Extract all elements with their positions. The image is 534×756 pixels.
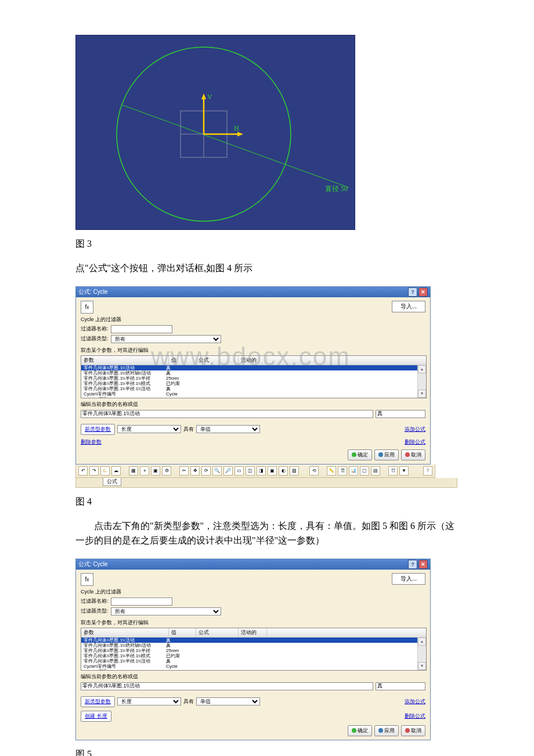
fx-icon[interactable]: fx — [81, 301, 93, 314]
th-param[interactable]: 参数 — [81, 356, 169, 365]
apply-button[interactable]: 应用 — [374, 449, 399, 460]
cloud-icon[interactable]: ☁ — [111, 466, 121, 476]
repeat-icon[interactable]: ⟲ — [309, 466, 319, 476]
app-toolbar[interactable]: ↶ ↷ fₓ ☁ ▦ ⌖ ▣ ⚙ ✂ ✥ ⟳ 🔍 🔎 ▭ ◫ ◨ ▣ ◐ ▨ ⟲… — [75, 465, 435, 478]
table-row[interactable]: 零件几何体\\草图.1\\半径.1\\半径25mm — [81, 648, 426, 653]
apply-button[interactable]: 应用 — [374, 725, 399, 736]
table-scrollbar[interactable]: ▴ ▾ — [417, 638, 426, 670]
render-icon[interactable]: ▨ — [290, 466, 299, 476]
dialog-titlebar[interactable]: 公式: Cycle ? ✕ — [76, 559, 430, 570]
with-label: 具有 — [183, 698, 194, 705]
view3-icon[interactable]: ▣ — [268, 466, 277, 476]
param-kind-select[interactable]: 单值 — [196, 425, 260, 433]
th-active[interactable]: 活动的 — [239, 628, 267, 637]
close-button[interactable]: ✕ — [418, 560, 428, 569]
help-button[interactable]: ? — [408, 560, 417, 569]
table-row[interactable]: 零件几何体\\草图.1\\绝对轴\\活动真 — [81, 643, 426, 648]
filter-name-input[interactable] — [111, 597, 172, 606]
table-row[interactable]: 零件几何体\\草图.1\\活动真 — [81, 365, 426, 370]
analyze-icon[interactable]: ▤ — [371, 466, 380, 476]
filter-type-select[interactable]: 所有 — [111, 335, 221, 343]
current-param-name-input[interactable] — [81, 682, 373, 690]
table-row[interactable]: 零件几何体\\草图.1\\活动真 — [81, 638, 426, 643]
add-formula-link[interactable]: 添加公式 — [405, 698, 425, 705]
table-row[interactable]: 零件几何体\\草图.1\\半径.1\\活动真 — [81, 658, 426, 664]
create-length-button[interactable]: 创建 长度 — [81, 711, 111, 722]
new-type-param-button[interactable]: 新类型参数 — [81, 424, 115, 435]
th-formula[interactable]: 公式 — [196, 628, 239, 637]
import-button[interactable]: 导入... — [392, 301, 425, 312]
with-label: 具有 — [183, 426, 194, 433]
cancel-button[interactable]: 取消 — [401, 725, 425, 736]
edit-param-label: 编辑当前参数的名称或值 — [81, 401, 425, 408]
redo-icon[interactable]: ↷ — [89, 466, 99, 476]
delete-formula-link[interactable]: 删除公式 — [405, 438, 425, 446]
list-icon[interactable]: ☰ — [338, 466, 347, 476]
current-param-value-input[interactable] — [376, 410, 425, 418]
shade-icon[interactable]: ◐ — [279, 466, 288, 476]
table-row[interactable]: Cycle\\零件编号Cycle — [81, 391, 426, 397]
th-value[interactable]: 值 — [169, 628, 196, 637]
table-row[interactable]: 零件几何体\\草图.1\\半径.1\\活动真 — [81, 386, 426, 391]
rotate-icon[interactable]: ⟳ — [201, 466, 211, 476]
view1-icon[interactable]: ◫ — [246, 466, 255, 476]
param-type-select[interactable]: 长度 — [117, 425, 181, 433]
formula-dialog: 公式: Cycle ? ✕ fx 导入... Cycle 上的过滤器 过滤器名称… — [75, 559, 431, 740]
view2-icon[interactable]: ◨ — [257, 466, 266, 476]
table-row[interactable]: 零件几何体\\草图.1\\半径.1\\模式已约束 — [81, 653, 426, 658]
undo-icon[interactable]: ↶ — [78, 466, 88, 476]
delete-formula-link[interactable]: 删除公式 — [405, 712, 425, 720]
filter-icon[interactable]: ▼ — [399, 466, 409, 476]
table-row[interactable]: 零件几何体\\草图.1\\绝对轴\\活动真 — [81, 370, 426, 376]
filter-type-select[interactable]: 所有 — [111, 607, 221, 615]
th-param[interactable]: 参数 — [81, 628, 169, 637]
cad-viewport: V H 直径 50 — [75, 35, 355, 230]
ok-button[interactable]: 确定 — [348, 725, 372, 736]
zoom-out-icon[interactable]: 🔎 — [223, 466, 233, 476]
move-icon[interactable]: ✥ — [190, 466, 200, 476]
filter-name-input[interactable] — [111, 325, 172, 333]
layer-icon[interactable]: ▣ — [151, 466, 160, 476]
scroll-down-icon[interactable]: ▾ — [418, 662, 426, 670]
help-icon[interactable]: ? — [423, 466, 432, 476]
param-kind-select[interactable]: 单值 — [196, 697, 260, 705]
settings-icon[interactable]: ☷ — [388, 466, 398, 476]
new-type-param-button[interactable]: 新类型参数 — [81, 696, 115, 707]
th-active[interactable]: 活动的 — [239, 356, 267, 365]
current-param-value-input[interactable] — [376, 682, 425, 690]
scroll-up-icon[interactable]: ▴ — [418, 365, 426, 373]
add-formula-link[interactable]: 添加公式 — [405, 426, 425, 433]
scroll-down-icon[interactable]: ▾ — [418, 390, 426, 398]
tool-icon[interactable]: ⚙ — [162, 466, 171, 476]
fit-icon[interactable]: ▭ — [234, 466, 244, 476]
cut-icon[interactable]: ✂ — [179, 466, 189, 476]
table-row[interactable]: Cycle\\术语 — [81, 669, 426, 670]
th-formula[interactable]: 公式 — [196, 356, 239, 365]
table-row[interactable]: Cycle\\零件编号Cycle — [81, 664, 426, 669]
help-button[interactable]: ? — [408, 287, 417, 297]
snap-icon[interactable]: ⌖ — [140, 466, 149, 476]
table-scrollbar[interactable]: ▴ ▾ — [417, 365, 426, 398]
chart-icon[interactable]: 📊 — [349, 466, 358, 476]
fx-icon[interactable]: fx — [81, 573, 93, 586]
measure-icon[interactable]: 📏 — [327, 466, 336, 476]
dialog-titlebar[interactable]: 公式: Cycle ? ✕ — [76, 287, 430, 297]
current-param-name-input[interactable] — [81, 410, 373, 418]
param-type-select[interactable]: 长度 — [117, 697, 181, 705]
ok-button[interactable]: 确定 — [348, 449, 372, 460]
delete-param-link[interactable]: 删除参数 — [81, 438, 102, 446]
table-row[interactable]: Cycle\\术语 — [81, 397, 426, 398]
box-icon[interactable]: ▢ — [360, 466, 369, 476]
th-value[interactable]: 值 — [169, 356, 196, 365]
fx-tool-icon[interactable]: fₓ — [100, 466, 110, 476]
scroll-up-icon[interactable]: ▴ — [418, 638, 426, 646]
table-row[interactable]: 零件几何体\\草图.1\\半径.1\\模式已约束 — [81, 381, 426, 386]
table-row[interactable]: 零件几何体\\草图.1\\半径.1\\半径25mm — [81, 376, 426, 381]
zoom-in-icon[interactable]: 🔍 — [212, 466, 222, 476]
formula-tab[interactable]: 公式 — [103, 478, 121, 486]
close-button[interactable]: ✕ — [418, 287, 428, 297]
filter-name-label: 过滤器名称: — [81, 325, 109, 333]
grid-icon[interactable]: ▦ — [129, 466, 138, 476]
cancel-button[interactable]: 取消 — [401, 449, 425, 460]
import-button[interactable]: 导入... — [392, 573, 425, 585]
